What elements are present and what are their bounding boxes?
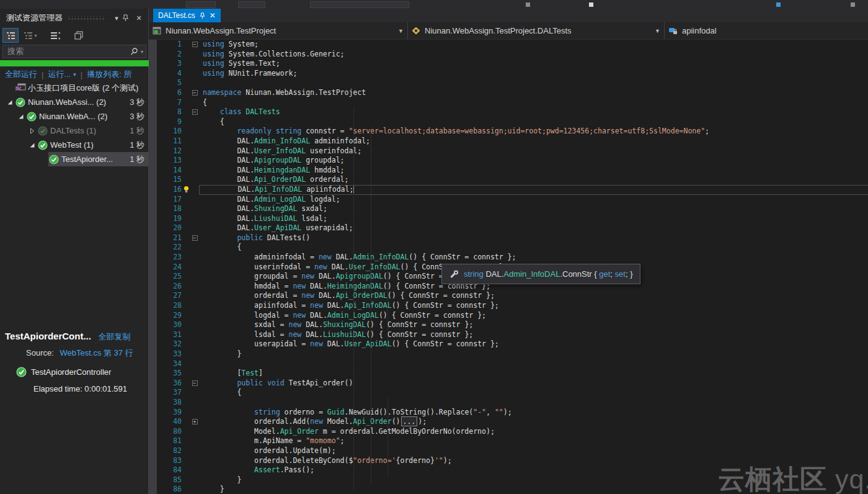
code-line[interactable]: 34 bbox=[149, 359, 868, 369]
code-line[interactable]: 19 DAL.LiushuiDAL lsdal; bbox=[149, 214, 868, 224]
code-token: new bbox=[288, 330, 301, 339]
expander-icon[interactable] bbox=[27, 142, 37, 148]
code-line[interactable]: 82 orderdal.Update(m); bbox=[149, 446, 868, 456]
search-icon[interactable] bbox=[130, 47, 138, 56]
tree-item[interactable]: Niunan.WebAssi... (2)3 秒 bbox=[0, 95, 148, 109]
code-line[interactable]: 8− class DALTests bbox=[149, 107, 868, 117]
code-line[interactable]: 39 string orderno = Guid.NewGuid().ToStr… bbox=[149, 408, 868, 418]
code-token: new bbox=[293, 311, 306, 320]
code-line[interactable]: 33 } bbox=[149, 349, 868, 359]
close-icon[interactable]: ✕ bbox=[210, 11, 216, 20]
code-token: DAL. bbox=[203, 166, 254, 174]
expander-icon[interactable] bbox=[16, 114, 26, 120]
code-line[interactable]: 12 DAL.User_InfoDAL userinfodal; bbox=[149, 146, 868, 156]
tree-item[interactable]: TestApiorder...1 秒 bbox=[0, 152, 148, 166]
collapsed-region-box[interactable]: ... bbox=[401, 416, 418, 426]
code-line[interactable]: 36− public void TestApi_order() bbox=[149, 379, 868, 388]
type-dropdown[interactable]: Niunan.WebAssign.TestProject.DALTests ▼ bbox=[408, 22, 665, 39]
fold-margin bbox=[190, 69, 199, 79]
chevron-down-icon[interactable]: ▾ bbox=[73, 71, 76, 78]
code-line[interactable]: 9 { bbox=[149, 117, 868, 127]
copy-all-link[interactable]: 全部复制 bbox=[99, 332, 131, 341]
code-token: logdal; bbox=[306, 195, 340, 204]
code-text: DAL.Admin_InfoDAL admininfodal; bbox=[199, 137, 868, 146]
code-line[interactable]: 6−namespace Niunan.WebAssign.TestProject bbox=[149, 88, 868, 98]
code-line[interactable]: 80 Model.Api_Order m = orderdal.GetModel… bbox=[149, 427, 868, 437]
pin-icon[interactable] bbox=[122, 14, 133, 22]
code-line[interactable]: 29 logdal = new DAL.Admin_LogDAL() { Con… bbox=[149, 311, 868, 321]
code-line[interactable]: 11 DAL.Admin_InfoDAL admininfodal; bbox=[149, 137, 868, 146]
tree-item[interactable]: WebTest (1)1 秒 bbox=[0, 138, 148, 152]
toolbar-icon[interactable] bbox=[589, 2, 593, 7]
toolbar-icon[interactable] bbox=[776, 2, 781, 7]
fold-margin bbox=[190, 330, 199, 340]
chevron-down-icon[interactable]: ▾ bbox=[141, 49, 143, 55]
code-line[interactable]: 10 readonly string connstr = "server=loc… bbox=[149, 127, 868, 137]
code-line[interactable]: 21− public DALTests() bbox=[149, 233, 868, 243]
pin-icon[interactable] bbox=[200, 12, 205, 19]
code-line[interactable]: 17 DAL.Admin_LogDAL logdal; bbox=[149, 195, 868, 205]
fold-margin bbox=[190, 475, 199, 485]
code-line[interactable]: 3using System.Text; bbox=[149, 59, 868, 69]
toolbar-icon[interactable] bbox=[851, 2, 855, 7]
toolbar-dropdown-fragment[interactable] bbox=[238, 1, 265, 8]
code-line[interactable]: 22 { bbox=[149, 243, 868, 253]
playlist-link[interactable]: 播放列表: 所 bbox=[87, 69, 131, 80]
code-line[interactable]: 16 DAL.Api_InfoDAL apiinfodal; bbox=[149, 185, 868, 195]
tree-item[interactable]: Niunan.WebA... (2)3 秒 bbox=[0, 109, 148, 124]
fold-collapse-icon[interactable]: − bbox=[192, 42, 198, 47]
tree-item[interactable]: DALTests (1)1 秒 bbox=[0, 124, 148, 138]
code-line[interactable]: 13 DAL.ApigroupDAL groupdal; bbox=[149, 156, 868, 166]
fold-collapse-icon[interactable]: − bbox=[192, 235, 198, 241]
expander-icon[interactable] bbox=[5, 99, 15, 106]
playlist-button[interactable] bbox=[47, 28, 63, 43]
fold-collapse-icon[interactable]: − bbox=[192, 380, 198, 386]
tab-daltest-cs[interactable]: DALTest.cs ✕ bbox=[153, 9, 221, 22]
panel-title-bar[interactable]: 测试资源管理器 ▾ ✕ bbox=[0, 11, 148, 25]
expander-icon[interactable] bbox=[27, 128, 37, 134]
tree-item[interactable]: 小玉接口项目core版 (2 个测试) bbox=[0, 81, 148, 95]
fold-expand-icon[interactable]: + bbox=[192, 419, 198, 424]
code-line[interactable]: 4using NUnit.Framework; bbox=[149, 69, 868, 79]
code-line[interactable]: 23 admininfodal = new DAL.Admin_InfoDAL(… bbox=[149, 253, 868, 263]
source-link[interactable]: WebTest.cs 第 37 行 bbox=[60, 348, 133, 357]
toolbar-dropdown-fragment[interactable] bbox=[186, 1, 216, 8]
code-line[interactable]: 2using System.Collections.Generic; bbox=[149, 50, 868, 60]
toolbar-icon[interactable] bbox=[526, 2, 530, 7]
group-by-alt-button[interactable]: ▾ bbox=[22, 28, 38, 43]
copy-layers-button[interactable] bbox=[71, 28, 87, 43]
code-line[interactable]: 7{ bbox=[149, 98, 868, 108]
code-token: { bbox=[203, 243, 241, 251]
run-link[interactable]: 运行... bbox=[48, 69, 71, 80]
breakpoint-margin[interactable] bbox=[149, 40, 157, 494]
toolbar-combobox-fragment[interactable] bbox=[310, 1, 409, 8]
lightbulb-icon[interactable] bbox=[182, 185, 190, 195]
code-line[interactable]: 31 lsdal = new DAL.LiushuiDAL() { ConnSt… bbox=[149, 330, 868, 340]
code-line[interactable]: 37 { bbox=[149, 388, 868, 398]
code-line[interactable]: 15 DAL.Api_OrderDAL orderdal; bbox=[149, 175, 868, 185]
code-line[interactable]: 35 [Test] bbox=[149, 369, 868, 379]
code-line[interactable]: 20 DAL.User_ApiDAL userapidal; bbox=[149, 223, 868, 233]
code-line[interactable]: 5 bbox=[149, 78, 868, 88]
code-line[interactable]: 1−using System; bbox=[149, 40, 868, 50]
member-dropdown[interactable]: apiinfodal bbox=[665, 22, 868, 39]
group-by-button[interactable] bbox=[2, 28, 19, 43]
code-line[interactable]: 32 userapidal = new DAL.User_ApiDAL() { … bbox=[149, 339, 868, 349]
code-text: DAL.ApigroupDAL groupdal; bbox=[199, 156, 868, 166]
close-icon[interactable]: ✕ bbox=[133, 14, 144, 22]
code-line[interactable]: 18 DAL.ShuxingDAL sxdal; bbox=[149, 204, 868, 214]
code-line[interactable]: 28 apiinfodal = new DAL.Api_InfoDAL() { … bbox=[149, 301, 868, 311]
code-line[interactable]: 27 orderdal = new DAL.Api_OrderDAL() { C… bbox=[149, 291, 868, 301]
code-line[interactable]: 30 sxdal = new DAL.ShuxingDAL() { ConnSt… bbox=[149, 320, 868, 330]
code-line[interactable]: 40+ orderdal.Add(new Model.Api_Order()..… bbox=[149, 417, 868, 427]
search-input[interactable]: 搜索 ▾ bbox=[2, 45, 146, 58]
project-dropdown[interactable]: Niunan.WebAssign.TestProject ▼ bbox=[149, 22, 408, 39]
code-line[interactable]: 81 m.ApiName = "momomo"; bbox=[149, 436, 868, 446]
code-line[interactable]: 14 DAL.HeimingdanDAL hmddal; bbox=[149, 166, 868, 176]
code-line[interactable]: 38 bbox=[149, 398, 868, 408]
run-all-link[interactable]: 全部运行 bbox=[5, 69, 37, 80]
chevron-down-icon[interactable]: ▾ bbox=[111, 14, 122, 22]
drag-grip[interactable] bbox=[68, 16, 106, 20]
fold-collapse-icon[interactable]: − bbox=[192, 109, 198, 115]
fold-collapse-icon[interactable]: − bbox=[192, 90, 198, 96]
